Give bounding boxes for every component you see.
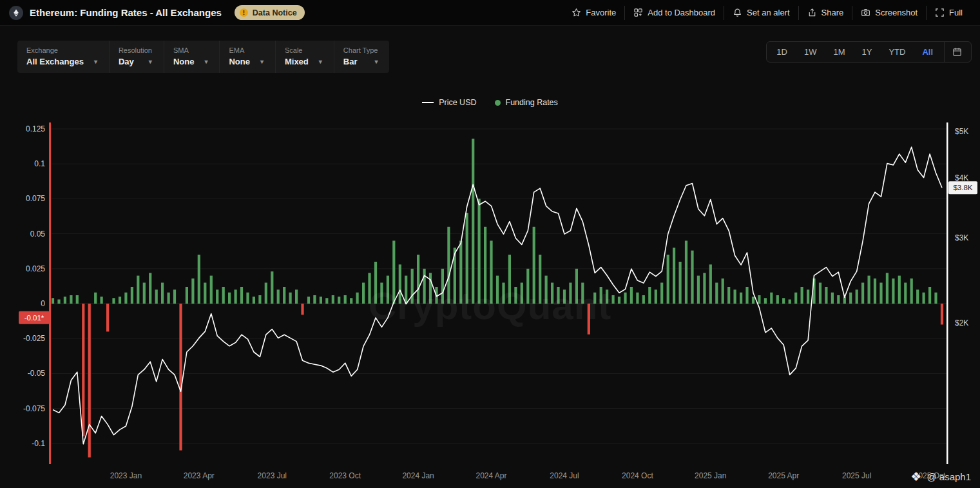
scale-dropdown[interactable]: ScaleMixed▾ [276, 41, 334, 73]
control-label: Scale [285, 46, 322, 54]
legend-label: Funding Rates [506, 98, 558, 107]
legend-price-usd[interactable]: Price USD [422, 98, 476, 107]
left-axis-line [49, 122, 51, 464]
header-actions: FavoriteAdd to DashboardSet an alertShar… [563, 6, 971, 20]
dot-marker [495, 100, 501, 106]
data-notice-label: Data Notice [253, 8, 297, 17]
full-button[interactable]: Full [926, 6, 971, 20]
sma-dropdown[interactable]: SMANone▾ [164, 41, 220, 73]
x-axis-label: 2023 Oct [329, 471, 361, 480]
exchange-dropdown[interactable]: ExchangeAll Exchanges▾ [17, 41, 110, 73]
calendar-button[interactable] [945, 42, 970, 62]
action-label: Share [821, 8, 844, 17]
x-axis-label: 2024 Oct [622, 471, 653, 480]
x-axis-label: 2023 Jan [110, 471, 142, 480]
attribution: ❖ @ asaph1 [910, 471, 971, 483]
x-axis-label: 2024 Jan [402, 471, 434, 480]
app-root: Ethereum: Funding Rates - All Exchanges … [0, 0, 980, 488]
right-axis-tick: $3K [955, 233, 968, 242]
x-axis-label: 2024 Jul [550, 471, 579, 480]
chevron-down-icon: ▾ [149, 59, 152, 65]
left-axis-tick: -0.05 [28, 369, 46, 378]
control-label: EMA [229, 46, 264, 54]
chart-type-dropdown[interactable]: Chart TypeBar▾ [334, 41, 390, 73]
share-icon [807, 8, 817, 17]
range-ytd-button[interactable]: YTD [880, 42, 914, 62]
add-to-dashboard-button[interactable]: Add to Dashboard [624, 6, 724, 20]
right-axis-tick: $5K [955, 127, 968, 136]
range-1d-button[interactable]: 1D [768, 42, 796, 62]
right-axis-tick: $4K [955, 173, 968, 182]
camera-icon [861, 8, 870, 17]
resolution-dropdown[interactable]: ResolutionDay▾ [110, 41, 164, 73]
control-value: All Exchanges [26, 57, 84, 66]
line-marker [422, 102, 434, 103]
left-axis-tick: 0 [41, 299, 45, 308]
legend-label: Price USD [439, 98, 476, 107]
left-axis-tick: 0.05 [30, 229, 46, 239]
price-current-label: $3.8K [953, 184, 972, 191]
chevron-down-icon: ▾ [204, 59, 207, 65]
x-axis-label: 2025 Jul [842, 471, 871, 480]
data-notice-badge[interactable]: Data Notice [235, 5, 305, 20]
attribution-label: @ asaph1 [927, 471, 971, 482]
control-value: None [229, 57, 250, 66]
range-1y-button[interactable]: 1Y [853, 42, 880, 62]
left-axis-tick: -0.1 [32, 439, 45, 448]
set-an-alert-button[interactable]: Set an alert [724, 6, 798, 20]
range-1m-button[interactable]: 1M [825, 42, 853, 62]
header: Ethereum: Funding Rates - All Exchanges … [0, 0, 980, 26]
control-label: Exchange [26, 46, 97, 54]
control-label: Chart Type [343, 46, 378, 54]
action-label: Screenshot [875, 8, 918, 17]
binance-logo-icon: ❖ [910, 471, 921, 483]
control-value: None [173, 57, 195, 66]
left-axis-tick: -0.075 [23, 404, 45, 413]
action-label: Set an alert [747, 8, 790, 17]
chevron-down-icon: ▾ [94, 59, 97, 65]
warning-icon [239, 8, 249, 17]
screenshot-button[interactable]: Screenshot [852, 6, 926, 20]
control-value: Bar [343, 57, 358, 66]
left-axis-tick: 0.025 [26, 264, 45, 273]
left-axis-tick: 0.075 [26, 194, 45, 203]
ema-dropdown[interactable]: EMANone▾ [220, 41, 276, 73]
x-axis-label: 2025 Jan [695, 471, 726, 480]
range-1w-button[interactable]: 1W [796, 42, 825, 62]
favorite-button[interactable]: Favorite [563, 6, 624, 20]
chevron-down-icon: ▾ [260, 59, 264, 65]
funding-current-label: -0.01* [24, 314, 44, 322]
page-title: Ethereum: Funding Rates - All Exchanges [30, 7, 222, 18]
chevron-down-icon: ▾ [319, 59, 322, 65]
range-all-button[interactable]: All [914, 42, 941, 62]
control-label: Resolution [119, 46, 152, 54]
share-button[interactable]: Share [798, 6, 852, 20]
funding-rate-bars [52, 139, 943, 457]
chart-area: Price USDFunding Rates CryptoQuant 0.125… [0, 84, 980, 488]
header-left: Ethereum: Funding Rates - All Exchanges … [9, 5, 305, 20]
x-axis-label: 2024 Apr [476, 471, 506, 480]
dashboard-icon [633, 8, 643, 17]
x-axis-label: 2025 Apr [768, 471, 799, 480]
action-label: Favorite [586, 8, 616, 17]
ethereum-logo-icon [9, 6, 23, 20]
action-label: Full [949, 8, 963, 17]
action-label: Add to Dashboard [648, 8, 715, 17]
chevron-down-icon: ▾ [374, 59, 378, 65]
right-axis-tick: $2K [955, 318, 968, 327]
left-axis-tick: -0.025 [23, 334, 45, 343]
x-axis-label: 2023 Apr [184, 471, 215, 480]
chart-settings-toolbar: ExchangeAll Exchanges▾ResolutionDay▾SMAN… [17, 41, 389, 73]
right-axis-line [946, 122, 948, 464]
funding-rates-chart[interactable]: 0.1250.10.0750.050.0250-0.025-0.05-0.075… [0, 84, 980, 488]
left-axis-tick: 0.125 [26, 124, 45, 133]
expand-icon [935, 8, 945, 17]
control-value: Day [119, 57, 134, 66]
star-icon [572, 8, 581, 17]
left-axis-tick: 0.1 [34, 159, 45, 168]
chart-legend: Price USDFunding Rates [0, 98, 980, 107]
legend-funding-rates[interactable]: Funding Rates [495, 98, 558, 107]
bell-icon [733, 8, 742, 17]
x-axis-label: 2023 Jul [258, 471, 287, 480]
control-value: Mixed [285, 57, 309, 66]
